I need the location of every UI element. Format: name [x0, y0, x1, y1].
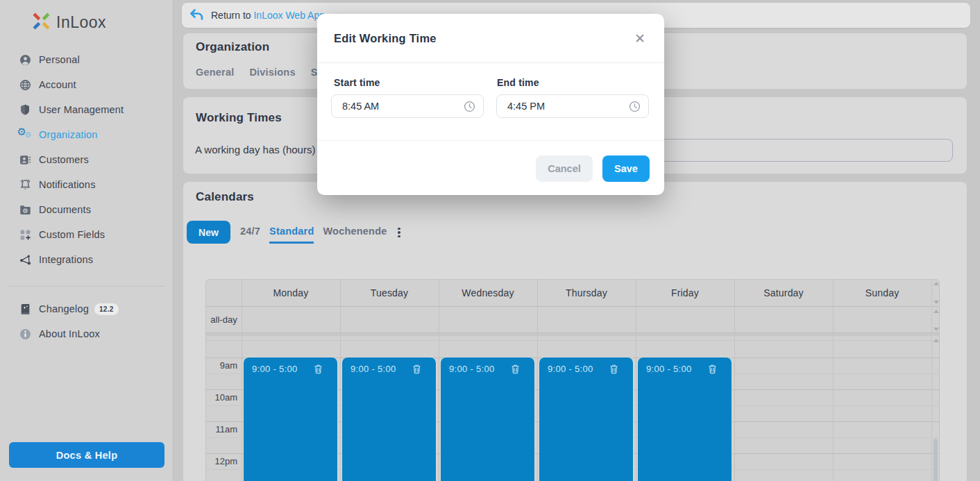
sidebar-item-account[interactable]: Account [0, 72, 173, 97]
calendars-title: Calendars [196, 190, 254, 204]
half-hour-line [206, 340, 939, 341]
all-day-label: all-day [206, 306, 242, 332]
trash-icon[interactable] [412, 364, 422, 374]
brand-name: InLoox [56, 13, 106, 32]
sidebar-item-about-inloox[interactable]: About InLoox [0, 321, 173, 346]
tab-general[interactable]: General [196, 67, 234, 78]
sidebar-item-label: Custom Fields [39, 229, 105, 240]
clock-icon[interactable] [463, 100, 476, 113]
start-time-field-wrap [331, 94, 484, 118]
day-header-tuesday: Tuesday [340, 280, 439, 306]
event-time-label: 9:00 - 5:00 [449, 364, 494, 374]
grid-column-line [931, 280, 932, 481]
kebab-menu-icon[interactable] [394, 225, 404, 240]
time-label-10am: 10am [206, 389, 237, 405]
day-header-thursday: Thursday [537, 280, 636, 306]
app-screen: InLoox PersonalAccountUser Management⚙⚙O… [0, 0, 980, 481]
calendar-tab-standard[interactable]: Standard [269, 224, 314, 244]
globe-icon [17, 79, 33, 91]
sidebar-nav: PersonalAccountUser Management⚙⚙Organiza… [0, 47, 173, 272]
event-header: 9:00 - 5:00 [638, 357, 732, 374]
folder-gear-icon [17, 204, 33, 216]
start-time-input[interactable] [331, 94, 484, 118]
gears-icon: ⚙⚙ [17, 128, 33, 142]
start-time-label: Start time [334, 77, 380, 88]
new-calendar-button[interactable]: New [187, 221, 230, 244]
scrollbar-thumb[interactable] [933, 439, 938, 481]
event-header: 9:00 - 5:00 [244, 357, 337, 374]
return-link[interactable]: InLoox Web App. [253, 10, 327, 21]
sidebar-item-label: User Management [39, 104, 124, 115]
event-time-label: 9:00 - 5:00 [350, 364, 396, 374]
working-time-event-wednesday[interactable]: 9:00 - 5:00 [441, 357, 534, 481]
working-time-event-tuesday[interactable]: 9:00 - 5:00 [342, 357, 436, 481]
calendar-tabs: 24/7StandardWochenende [240, 224, 396, 244]
working-time-event-friday[interactable]: 9:00 - 5:00 [638, 357, 732, 481]
grid-row-line [206, 306, 939, 307]
info-icon [17, 328, 33, 340]
scroll-down-arrow-icon[interactable] [933, 328, 939, 331]
calendar-tab-24-7[interactable]: 24/7 [240, 224, 260, 242]
grid-column-line [833, 280, 834, 481]
scroll-up-arrow-icon[interactable] [933, 310, 939, 313]
grid-column-line [734, 280, 735, 481]
shield-icon [17, 104, 33, 115]
sidebar-item-label: Notifications [39, 179, 96, 190]
organization-title: Organization [196, 40, 269, 54]
sidebar-item-label: Documents [39, 204, 91, 215]
event-time-label: 9:00 - 5:00 [646, 364, 691, 374]
sidebar-item-label: Organization [39, 129, 98, 140]
sidebar-divider [8, 286, 164, 287]
close-icon[interactable]: ✕ [631, 29, 649, 47]
book-icon [17, 303, 33, 315]
sidebar-item-organization[interactable]: ⚙⚙Organization [0, 122, 173, 147]
sidebar-item-label: Changelog [39, 303, 89, 314]
grid-plus-icon [17, 229, 33, 241]
tab-divisions[interactable]: Divisions [249, 67, 295, 78]
cancel-button[interactable]: Cancel [536, 155, 593, 182]
trash-icon[interactable] [609, 364, 619, 374]
grid-column-line [340, 280, 341, 481]
sidebar-item-integrations[interactable]: Integrations [0, 247, 173, 272]
clock-icon[interactable] [628, 100, 641, 113]
modal-header: Edit Working Time ✕ [317, 14, 664, 63]
grid-column-line [636, 280, 636, 481]
version-badge: 12.2 [94, 303, 119, 315]
sidebar-item-label: About InLoox [39, 328, 100, 339]
trash-icon[interactable] [313, 364, 323, 374]
calendar-tab-wochenende[interactable]: Wochenende [323, 224, 387, 242]
end-time-label: End time [497, 77, 539, 88]
trash-icon[interactable] [510, 364, 521, 374]
sidebar-item-personal[interactable]: Personal [0, 47, 173, 72]
edit-working-time-modal: Edit Working Time ✕ Start time End time … [317, 14, 664, 195]
end-time-field-wrap [496, 94, 649, 118]
scroll-up-arrow-icon[interactable] [933, 282, 939, 285]
sidebar-item-changelog[interactable]: Changelog12.2 [0, 296, 173, 321]
time-label-9am: 9am [206, 357, 237, 373]
trash-icon[interactable] [707, 364, 718, 374]
back-arrow-icon[interactable] [187, 6, 205, 24]
docs-help-button[interactable]: Docs & Help [9, 442, 164, 468]
sidebar-item-notifications[interactable]: Notifications [0, 172, 173, 197]
working-day-hours-label: A working day has (hours) [195, 144, 315, 155]
sidebar-item-custom-fields[interactable]: Custom Fields [0, 222, 173, 247]
sidebar-item-user-management[interactable]: User Management [0, 97, 173, 122]
modal-title: Edit Working Time [334, 32, 437, 45]
person-icon [17, 54, 33, 66]
event-time-label: 9:00 - 5:00 [548, 364, 593, 374]
grid-column-line [242, 280, 242, 481]
sidebar-item-documents[interactable]: Documents [0, 197, 173, 222]
time-label-12pm: 12pm [206, 453, 237, 469]
scroll-down-arrow-icon[interactable] [933, 301, 939, 304]
return-prefix: Return to [211, 10, 253, 21]
working-time-event-monday[interactable]: 9:00 - 5:00 [244, 357, 337, 481]
grid-row-line [206, 332, 939, 333]
grid-column-line [439, 280, 439, 481]
sidebar: InLoox PersonalAccountUser Management⚙⚙O… [0, 0, 174, 481]
sidebar-item-customers[interactable]: Customers [0, 147, 173, 172]
event-header: 9:00 - 5:00 [441, 357, 534, 374]
end-time-input[interactable] [496, 94, 649, 118]
save-button[interactable]: Save [602, 155, 650, 182]
sidebar-item-label: Customers [39, 154, 89, 165]
working-time-event-thursday[interactable]: 9:00 - 5:00 [539, 357, 633, 481]
